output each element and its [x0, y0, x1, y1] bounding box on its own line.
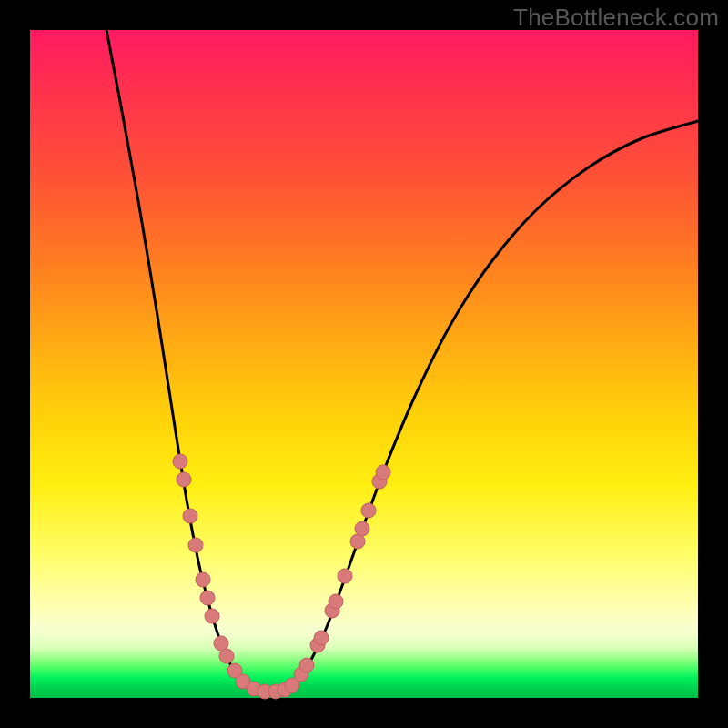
data-dot	[376, 465, 390, 480]
data-dot	[314, 631, 329, 645]
chart-svg	[30, 30, 698, 698]
data-dot	[205, 609, 219, 623]
data-dot	[196, 572, 210, 587]
plot-area	[30, 30, 698, 698]
data-dot	[177, 472, 191, 487]
chart-frame: TheBottleneck.com	[0, 0, 728, 728]
data-dot	[299, 658, 314, 672]
data-dot	[183, 509, 197, 523]
data-dot	[361, 503, 376, 518]
data-dot	[329, 594, 343, 609]
data-dot	[338, 569, 352, 583]
data-dots-group	[173, 454, 390, 699]
data-dot	[219, 649, 234, 663]
bottleneck-curve	[106, 30, 698, 693]
watermark-text: TheBottleneck.com	[513, 4, 719, 32]
data-dot	[188, 538, 203, 552]
data-dot	[173, 454, 187, 469]
data-dot	[355, 521, 369, 536]
data-dot	[200, 591, 215, 605]
